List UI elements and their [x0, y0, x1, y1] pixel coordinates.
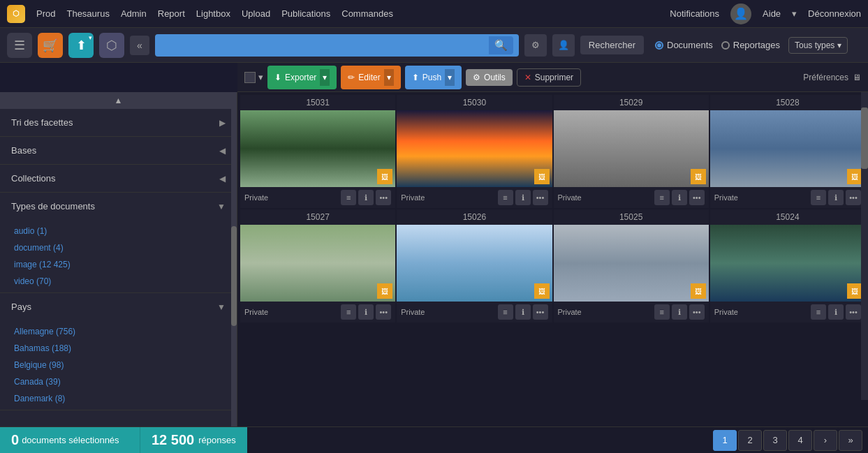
photo-list-btn-15029[interactable]: ≡ — [654, 190, 670, 205]
photo-thumb-15030[interactable]: 🖼 — [397, 110, 552, 187]
photo-list-btn-15025[interactable]: ≡ — [654, 304, 670, 320]
sidebar-collapse-btn[interactable]: « — [130, 36, 149, 55]
type-item-image[interactable]: image (12 425) — [0, 256, 237, 273]
photo-info-btn-15024[interactable]: ℹ — [828, 304, 844, 320]
radio-reportages[interactable]: Reportages — [721, 40, 780, 50]
type-filter-dropdown[interactable]: Tous types ▾ — [788, 37, 848, 54]
type-item-audio[interactable]: audio (1) — [0, 223, 237, 239]
photo-more-btn-15031[interactable]: ••• — [376, 190, 391, 205]
photo-more-btn-15029[interactable]: ••• — [689, 190, 705, 205]
photo-thumb-15024[interactable]: 🖼 — [710, 225, 865, 302]
pays-item-danemark[interactable]: Danemark (8) — [0, 390, 237, 407]
photo-more-btn-15028[interactable]: ••• — [846, 190, 861, 205]
pays-item-bahamas[interactable]: Bahamas (188) — [0, 340, 237, 357]
photo-info-btn-15026[interactable]: ℹ — [515, 304, 531, 320]
editer-chevron[interactable]: ▾ — [384, 69, 394, 86]
photo-footer-15027: Private ≡ ℹ ••• — [240, 302, 395, 322]
photo-info-btn-15027[interactable]: ℹ — [358, 304, 374, 320]
radio-documents-dot — [655, 41, 663, 50]
page-next-btn[interactable]: › — [814, 430, 837, 451]
radio-documents[interactable]: Documents — [655, 40, 713, 50]
sidebar-collections-header[interactable]: Collections ◀ — [0, 165, 237, 192]
nav-lightbox[interactable]: Lightbox — [196, 8, 230, 19]
person-btn[interactable]: 👤 — [552, 34, 575, 57]
search-submit-btn[interactable]: 🔍 — [489, 36, 513, 54]
sidebar-types-header[interactable]: Types de documents ▼ — [0, 193, 237, 220]
search-input[interactable] — [161, 40, 489, 50]
photo-info-btn-15025[interactable]: ℹ — [672, 304, 687, 320]
photo-thumb-15028[interactable]: 🖼 — [710, 110, 865, 187]
page-last-btn[interactable]: » — [839, 430, 862, 451]
nav-notifications[interactable]: Notifications — [670, 8, 719, 19]
rechercher-btn[interactable]: Rechercher — [580, 36, 644, 54]
photo-list-btn-15027[interactable]: ≡ — [341, 304, 356, 320]
type-item-document[interactable]: document (4) — [0, 239, 237, 256]
sidebar-scrollbar[interactable] — [231, 92, 237, 426]
page-2-btn[interactable]: 2 — [738, 430, 762, 451]
preferences-area[interactable]: Préférences 🖥 — [803, 73, 861, 82]
photo-thumb-15029[interactable]: 🖼 — [554, 110, 709, 187]
nav-prod[interactable]: Prod — [36, 8, 55, 19]
upload-btn[interactable]: ⬆ ▾ — [68, 33, 94, 58]
menu-lines-btn[interactable]: ☰ — [7, 33, 32, 58]
sidebar: ▲ Tri des facettes ▶ Bases ◀ Collections… — [0, 92, 237, 426]
outils-btn[interactable]: ⚙ Outils — [466, 69, 513, 86]
basket-btn[interactable]: 🛒 — [38, 33, 63, 58]
sidebar-tri-header[interactable]: Tri des facettes ▶ — [0, 109, 237, 136]
nav-deconnexion[interactable]: Déconnexion — [808, 8, 861, 19]
photo-list-btn-15030[interactable]: ≡ — [498, 190, 513, 205]
avatar[interactable]: 👤 — [730, 3, 751, 24]
nav-commandes[interactable]: Commandes — [341, 8, 393, 19]
nav-report[interactable]: Report — [158, 8, 185, 19]
sidebar-pays-header[interactable]: Pays ▼ — [0, 293, 237, 320]
nav-aide[interactable]: Aide — [763, 8, 781, 19]
photo-list-btn-15028[interactable]: ≡ — [811, 190, 826, 205]
photo-list-btn-15026[interactable]: ≡ — [498, 304, 513, 320]
export-chevron[interactable]: ▾ — [320, 69, 330, 86]
selected-label: documents sélectionnés — [22, 435, 119, 445]
nav-thesaurus[interactable]: Thesaurus — [66, 8, 109, 19]
photo-more-btn-15024[interactable]: ••• — [846, 304, 861, 320]
sidebar-bases-header[interactable]: Bases ◀ — [0, 137, 237, 164]
type-item-video[interactable]: video (70) — [0, 273, 237, 290]
bottom-responses: 12 500 réponses — [140, 427, 247, 453]
photo-thumb-15031[interactable]: 🖼 — [240, 110, 395, 187]
nav-publications[interactable]: Publications — [281, 8, 330, 19]
photo-actions-15025: ≡ ℹ ••• — [654, 304, 705, 320]
preferences-label: Préférences — [803, 73, 848, 82]
photo-info-btn-15029[interactable]: ℹ — [672, 190, 687, 205]
photo-thumb-15026[interactable]: 🖼 — [397, 225, 552, 302]
photo-thumb-15025[interactable]: 🖼 — [554, 225, 709, 302]
supprimer-btn[interactable]: ✕ Supprimer — [517, 68, 581, 87]
photo-info-btn-15030[interactable]: ℹ — [515, 190, 531, 205]
sidebar-scroll-up[interactable]: ▲ — [0, 92, 237, 109]
photo-list-btn-15031[interactable]: ≡ — [341, 190, 356, 205]
content-scrollbar[interactable] — [861, 92, 868, 400]
photo-more-btn-15026[interactable]: ••• — [533, 304, 548, 320]
nav-upload[interactable]: Upload — [242, 8, 270, 19]
nav-admin[interactable]: Admin — [121, 8, 147, 19]
page-1-btn[interactable]: 1 — [713, 430, 737, 451]
photo-list-btn-15024[interactable]: ≡ — [811, 304, 826, 320]
page-4-btn[interactable]: 4 — [788, 430, 812, 451]
photo-more-btn-15030[interactable]: ••• — [533, 190, 548, 205]
pays-item-canada[interactable]: Canada (39) — [0, 373, 237, 390]
photo-more-btn-15025[interactable]: ••• — [689, 304, 705, 320]
push-chevron[interactable]: ▾ — [445, 69, 455, 86]
editer-btn[interactable]: ✏ Editer ▾ — [341, 66, 400, 89]
photo-info-btn-15031[interactable]: ℹ — [358, 190, 374, 205]
push-btn[interactable]: ⬆ Push ▾ — [405, 66, 462, 89]
types-arrow: ▼ — [217, 202, 226, 211]
cube-btn[interactable]: ⬡ — [99, 33, 124, 58]
photo-thumb-15027[interactable]: 🖼 — [240, 225, 395, 302]
page-3-btn[interactable]: 3 — [763, 430, 787, 451]
pays-item-allemagne[interactable]: Allemagne (756) — [0, 323, 237, 340]
select-arrow[interactable]: ▾ — [258, 72, 263, 82]
select-all-checkbox[interactable] — [244, 72, 256, 83]
photo-info-btn-15028[interactable]: ℹ — [828, 190, 844, 205]
settings-btn[interactable]: ⚙ — [524, 34, 547, 57]
pays-item-belgique[interactable]: Belgique (98) — [0, 357, 237, 373]
sidebar-section-types: Types de documents ▼ audio (1) document … — [0, 193, 237, 293]
export-btn[interactable]: ⬇ Exporter ▾ — [267, 66, 337, 89]
photo-more-btn-15027[interactable]: ••• — [376, 304, 391, 320]
